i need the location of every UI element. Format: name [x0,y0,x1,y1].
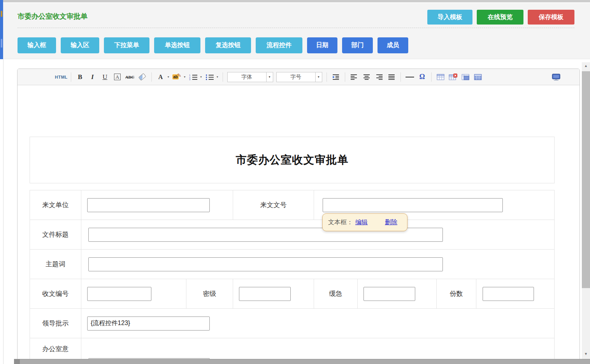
underline-button[interactable]: U [99,72,111,83]
delete-table-button[interactable] [447,72,459,83]
stripe-notch-yellow [1,11,2,17]
strikethrough-icon: ABC [125,75,134,79]
save-template-button[interactable]: 保存模板 [528,10,574,25]
align-center-icon [363,74,371,80]
widget-button-flow-control[interactable]: 流程控件 [256,37,302,53]
input-leader-comments[interactable] [87,317,210,331]
special-char-button[interactable]: Ω [416,72,428,83]
toolbar-separator [345,72,345,82]
rich-text-editor: HTML B I U A ABC A ▾ ab ✎ ▾ 1 2 3 [17,69,580,364]
toolbar-separator [400,72,401,82]
table-properties-button[interactable] [460,72,471,83]
font-family-label: 字体 [228,74,266,81]
strikethrough-button[interactable]: ABC [124,72,136,83]
editor-toolbar: HTML B I U A ABC A ▾ ab ✎ ▾ 1 2 3 [18,69,579,85]
indent-button[interactable] [330,72,342,83]
justify-button[interactable] [386,72,397,83]
import-template-button[interactable]: 导入模板 [427,10,472,25]
tooltip-label: 文本框： [328,218,353,227]
bold-button[interactable]: B [74,72,86,83]
scroll-up-button[interactable]: ▲ [582,62,590,69]
input-source-unit[interactable] [87,198,210,212]
widget-button-date[interactable]: 日期 [307,37,337,53]
template-actions: 导入模板 在线预览 保存模板 [427,10,574,25]
table-row: 文件标题 [30,220,554,250]
input-copies[interactable] [483,287,534,301]
edit-link[interactable]: 编辑 [355,218,368,227]
widget-button-radio[interactable]: 单选按钮 [154,37,200,53]
ordered-list-dropdown-arrow[interactable]: ▾ [200,75,202,79]
html-source-icon: HTML [55,75,68,79]
align-left-button[interactable] [348,72,360,83]
delete-link[interactable]: 删除 [385,218,397,227]
label-secret-level: 密级 [186,279,233,308]
font-color-dropdown-arrow[interactable]: ▾ [168,75,169,79]
fullscreen-button[interactable] [550,72,562,83]
vertical-scrollbar[interactable]: ▲ ▼ [582,62,590,364]
insert-table-button[interactable] [435,72,446,83]
unordered-list-dropdown-arrow[interactable]: ▾ [217,75,218,79]
widget-button-input-box[interactable]: 输入框 [18,37,56,53]
align-right-button[interactable] [373,72,385,83]
input-secret-level[interactable] [239,287,291,301]
form-title: 市委办公室收文审批单 [236,153,349,167]
horizontal-rule-button[interactable] [404,72,416,83]
cell-properties-button[interactable] [472,72,484,83]
char-border-icon: A [114,74,121,80]
font-family-select[interactable]: 字体 ▾ [227,72,273,82]
label-copies: 份数 [437,279,476,308]
widget-button-dropdown[interactable]: 下拉菜单 [104,37,149,53]
label-doc-number: 来文文号 [233,190,314,220]
input-subject-words[interactable] [88,257,443,271]
fullscreen-monitor-icon [552,74,560,81]
form-table: 来文单位 来文文号 文件标题 [30,190,555,364]
font-size-arrow-icon: ▾ [315,72,322,82]
table-properties-icon [462,74,469,80]
header-divider [18,28,574,28]
scroll-down-button[interactable]: ▼ [582,350,590,357]
cell-leader-comments [81,309,554,338]
stripe-notch-blue [1,39,2,47]
widget-button-input-area[interactable]: 输入区 [61,37,99,53]
ordered-list-button[interactable]: 1 2 3 [188,72,199,83]
toolbar-separator [71,72,71,82]
scrollbar-thumb[interactable] [582,71,590,288]
insert-table-icon [437,74,444,80]
italic-button[interactable]: I [87,72,98,83]
highlight-color-button[interactable]: ab ✎ [171,72,183,83]
editor-content[interactable]: 市委办公室收文审批单 来文单位 来文文号 文件标题 [18,85,579,364]
font-color-button[interactable]: A [155,72,167,83]
widget-button-checkbox[interactable]: 复选按钮 [205,37,251,53]
input-urgency[interactable] [363,287,415,301]
font-size-select[interactable]: 字号 ▾ [276,72,322,82]
online-preview-button[interactable]: 在线预览 [477,10,523,25]
font-family-arrow-icon: ▾ [266,72,273,82]
toolbar-separator [431,72,432,82]
unordered-list-button[interactable] [204,72,216,83]
left-accent-stripe [0,0,3,59]
form-title-box: 市委办公室收文审批单 [30,137,555,183]
delete-table-icon [449,74,457,80]
horizontal-scrollbar[interactable] [14,359,590,364]
horizontal-rule-icon [406,77,414,77]
cell-subject-words [81,250,554,279]
table-row: 收文编号 密级 缓急 份数 [30,279,554,309]
widget-button-department[interactable]: 部门 [342,37,373,53]
widget-button-member[interactable]: 成员 [378,37,408,53]
horizontal-scrollbar-end [14,359,20,364]
align-left-icon [350,74,358,80]
bold-icon: B [78,73,82,81]
input-doc-number[interactable] [323,198,503,212]
cell-urgency [358,279,437,308]
html-source-button[interactable]: HTML [55,72,68,83]
highlight-dropdown-arrow[interactable]: ▾ [184,75,186,79]
char-border-button[interactable]: A [112,72,123,83]
indent-icon [332,74,340,80]
table-row: 主题词 [30,250,554,279]
align-center-button[interactable] [361,72,372,83]
widget-button-row: 输入框 输入区 下拉菜单 单选按钮 复选按钮 流程控件 日期 部门 成员 [18,37,408,53]
toolbar-separator [151,72,152,82]
input-receive-number[interactable] [87,287,151,301]
align-right-icon [375,74,383,80]
remove-format-button[interactable] [137,72,148,83]
